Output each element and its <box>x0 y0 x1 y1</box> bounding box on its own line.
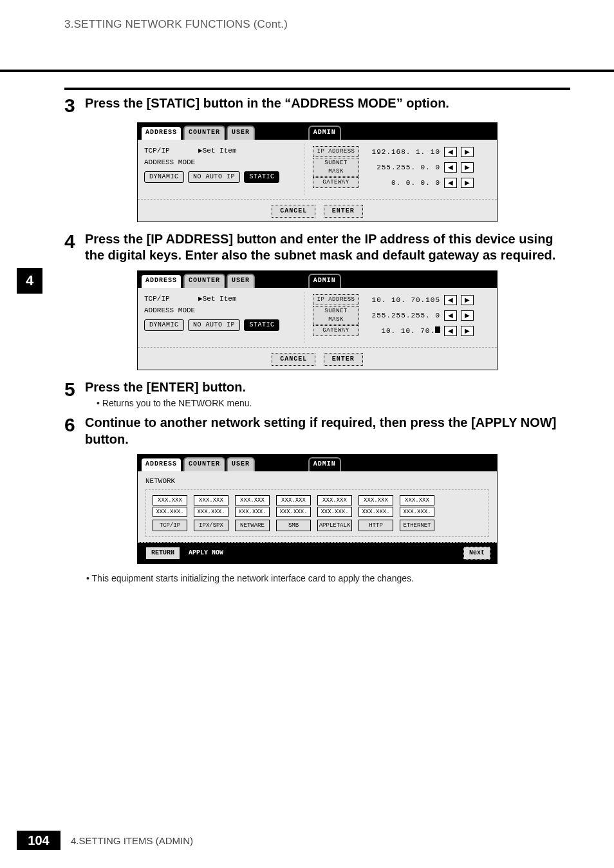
step-number: 4 <box>64 231 85 264</box>
cancel-button[interactable]: CANCEL <box>272 205 315 218</box>
mode-noautoip[interactable]: NO AUTO IP <box>188 319 240 331</box>
next-button[interactable]: Next <box>463 547 490 560</box>
cursor-icon <box>435 326 440 333</box>
arrow-right-icon[interactable]: ▶ <box>461 326 474 336</box>
footer-text: 4.SETTING ITEMS (ADMIN) <box>71 835 193 846</box>
network-protocol-button[interactable]: TCP/IP <box>153 520 187 531</box>
subnet-mask-button[interactable]: SUBNET MASK <box>313 306 359 325</box>
step-title: Press the [STATIC] button in the “ADDRES… <box>85 95 570 112</box>
network-protocol-button[interactable]: SMB <box>276 520 311 531</box>
network-protocol-button[interactable]: HTTP <box>358 520 393 531</box>
net-placeholder: XXX.XXX. <box>276 507 311 517</box>
tab-user[interactable]: USER <box>227 274 255 288</box>
net-placeholder: XXX.XXX. <box>358 507 393 517</box>
network-card: XXX.XXXXXX.XXX.APPLETALK <box>317 495 352 531</box>
tab-counter[interactable]: COUNTER <box>183 274 225 288</box>
mode-static[interactable]: STATIC <box>244 319 279 331</box>
mode-dynamic[interactable]: DYNAMIC <box>144 171 184 183</box>
step-5: 5 Press the [ENTER] button. Returns you … <box>64 379 570 411</box>
net-placeholder: XXX.XXX <box>317 495 352 505</box>
net-placeholder: XXX.XXX. <box>400 507 434 517</box>
arrow-left-icon[interactable]: ◀ <box>444 295 457 305</box>
arrow-left-icon[interactable]: ◀ <box>444 326 457 336</box>
mode-noautoip[interactable]: NO AUTO IP <box>188 171 240 183</box>
step-number: 6 <box>64 415 85 448</box>
arrow-left-icon[interactable]: ◀ <box>444 162 457 173</box>
network-protocol-button[interactable]: APPLETALK <box>317 520 352 531</box>
ip-address-value: 10. 10. 70.105 <box>363 296 440 305</box>
network-card: XXX.XXXXXX.XXX.HTTP <box>358 495 393 531</box>
step-number: 5 <box>64 379 85 411</box>
net-placeholder: XXX.XXX. <box>235 507 270 517</box>
step-number: 3 <box>64 95 85 116</box>
gateway-button[interactable]: GATEWAY <box>313 325 359 336</box>
tab-admin[interactable]: ADMIN <box>308 457 341 471</box>
tab-address[interactable]: ADDRESS <box>140 457 182 471</box>
tab-address[interactable]: ADDRESS <box>140 274 182 288</box>
net-placeholder: XXX.XXX <box>400 495 434 505</box>
breadcrumb: 3.SETTING NETWORK FUNCTIONS (Cont.) <box>64 18 614 31</box>
network-protocol-button[interactable]: ETHERNET <box>400 520 434 531</box>
arrow-left-icon[interactable]: ◀ <box>444 147 457 157</box>
network-protocol-button[interactable]: NETWARE <box>235 520 270 531</box>
step-bullet: This equipment starts initializing the n… <box>86 573 570 583</box>
net-placeholder: XXX.XXX <box>358 495 393 505</box>
enter-button[interactable]: ENTER <box>324 205 363 218</box>
return-button[interactable]: RETURN <box>144 547 180 560</box>
net-placeholder: XXX.XXX. <box>153 507 187 517</box>
tab-admin[interactable]: ADMIN <box>308 274 341 288</box>
net-placeholder: XXX.XXX <box>194 495 228 505</box>
subnet-mask-value: 255.255.255. 0 <box>363 311 440 320</box>
ip-address-button[interactable]: IP ADDRESS <box>313 146 359 157</box>
step-title: Continue to another network setting if r… <box>85 415 570 448</box>
apply-now-button[interactable]: APPLY NOW <box>184 547 228 560</box>
cancel-button[interactable]: CANCEL <box>272 353 315 366</box>
tab-user[interactable]: USER <box>227 457 255 471</box>
net-placeholder: XXX.XXX <box>276 495 311 505</box>
network-card: XXX.XXXXXX.XXX.TCP/IP <box>153 495 187 531</box>
network-label: NETWORK <box>145 476 489 486</box>
tab-counter[interactable]: COUNTER <box>183 126 225 140</box>
mode-static[interactable]: STATIC <box>244 171 279 183</box>
step-4: 4 Press the [IP ADDRESS] button and ente… <box>64 231 570 264</box>
arrow-right-icon[interactable]: ▶ <box>461 295 474 305</box>
network-card: XXX.XXXXXX.XXX.NETWARE <box>235 495 270 531</box>
lcd-panel-network: ADDRESS COUNTER USER ADMIN NETWORK XXX.X… <box>137 454 498 564</box>
subnet-mask-button[interactable]: SUBNET MASK <box>313 158 359 177</box>
gateway-button[interactable]: GATEWAY <box>313 177 359 188</box>
step-title: Press the [ENTER] button. <box>85 379 570 396</box>
arrow-right-icon[interactable]: ▶ <box>461 147 474 157</box>
network-card: XXX.XXXXXX.XXX.IPX/SPX <box>194 495 228 531</box>
net-placeholder: XXX.XXX <box>153 495 187 505</box>
tcpip-label: TCP/IP <box>144 147 170 155</box>
arrow-right-icon[interactable]: ▶ <box>461 178 474 188</box>
tab-admin[interactable]: ADMIN <box>308 126 341 140</box>
net-placeholder: XXX.XXX <box>235 495 270 505</box>
tab-counter[interactable]: COUNTER <box>183 457 225 471</box>
tab-address[interactable]: ADDRESS <box>140 126 182 140</box>
arrow-right-icon[interactable]: ▶ <box>461 162 474 173</box>
tab-user[interactable]: USER <box>227 126 255 140</box>
gateway-value: 0. 0. 0. 0 <box>363 178 440 187</box>
network-protocol-button[interactable]: IPX/SPX <box>194 520 228 531</box>
arrow-left-icon[interactable]: ◀ <box>444 178 457 188</box>
set-item-label: ▶Set Item <box>198 146 236 155</box>
arrow-left-icon[interactable]: ◀ <box>444 310 457 321</box>
arrow-right-icon[interactable]: ▶ <box>461 310 474 321</box>
net-placeholder: XXX.XXX. <box>317 507 352 517</box>
set-item-label: ▶Set Item <box>198 294 236 303</box>
subnet-mask-value: 255.255. 0. 0 <box>363 163 440 172</box>
net-placeholder: XXX.XXX. <box>194 507 228 517</box>
step-title: Press the [IP ADDRESS] button and enter … <box>85 231 570 264</box>
ip-address-button[interactable]: IP ADDRESS <box>313 294 359 305</box>
network-card: XXX.XXXXXX.XXX.ETHERNET <box>400 495 434 531</box>
tcpip-label: TCP/IP <box>144 295 170 303</box>
gateway-value: 10. 10. 70. <box>363 326 440 335</box>
lcd-panel-static: ADDRESS COUNTER USER ADMIN TCP/IP ▶Set I… <box>137 122 498 222</box>
page-number: 104 <box>17 831 60 850</box>
step-6: 6 Continue to another network setting if… <box>64 415 570 448</box>
step-bullet: Returns you to the NETWORK menu. <box>97 398 570 408</box>
network-card: XXX.XXXXXX.XXX.SMB <box>276 495 311 531</box>
enter-button[interactable]: ENTER <box>324 353 363 366</box>
mode-dynamic[interactable]: DYNAMIC <box>144 319 184 331</box>
